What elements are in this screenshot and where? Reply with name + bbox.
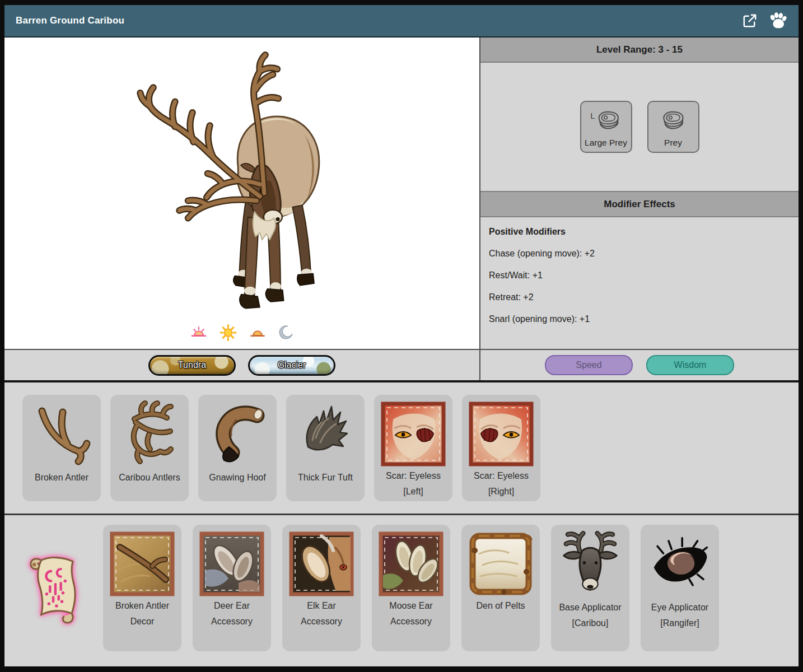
broken-antler-decor-art [110, 531, 175, 596]
sunrise-icon [190, 324, 208, 341]
moose-ear-accessory-art [379, 531, 443, 596]
level-range-header: Level Range: 3 - 15 [480, 38, 799, 63]
item-label: Gnawing Hoof [198, 468, 277, 486]
caribou-illustration [5, 38, 479, 340]
base-applicator-caribou-art [556, 530, 624, 598]
item-label: Broken Antler [22, 468, 101, 486]
top-row: Level Range: 3 - 15 L Large Prey [4, 38, 799, 349]
item-card-scar-eyeless-right[interactable]: Scar: Eyeless [Right] [462, 395, 540, 501]
page-title: Barren Ground Caribou [16, 15, 124, 26]
recipe-scroll-icon[interactable] [25, 553, 84, 624]
modifier-line: Retreat: +2 [489, 292, 790, 302]
external-link-icon[interactable] [741, 12, 758, 30]
crafting-section: Broken Antler Decor Deer Ear Accessory [4, 514, 799, 666]
item-label: Thick Fur Tuft [286, 468, 365, 486]
large-prey-size-badge: L [590, 111, 595, 120]
scar-eyeless-right-art [469, 402, 534, 466]
titlebar-actions [741, 12, 787, 30]
drops-section: Broken Antler [4, 380, 799, 514]
item-card-broken-antler-decor[interactable]: Broken Antler Decor [103, 525, 181, 651]
biome-label: Tundra [178, 360, 206, 370]
item-label: Den of Pelts [461, 596, 540, 614]
sunset-icon [249, 324, 267, 341]
modifier-line: Chase (opening move): +2 [489, 249, 790, 259]
modifier-line: Snarl (opening move): +1 [489, 314, 790, 324]
titlebar: Barren Ground Caribou [4, 5, 799, 38]
item-label: Moose Ear Accessory [372, 596, 450, 629]
scar-eyeless-left-art [381, 402, 446, 466]
item-card-broken-antler[interactable]: Broken Antler [22, 395, 101, 501]
npc-artwork-panel [4, 38, 479, 349]
biome-button-glacier[interactable]: Glacier [248, 355, 335, 376]
den-of-pelts-art [468, 531, 533, 596]
item-card-caribou-antlers[interactable]: Caribou Antlers [110, 395, 189, 501]
stat-label: Speed [576, 360, 601, 370]
item-label: Deer Ear Accessory [193, 596, 271, 629]
item-card-moose-ear-accessory[interactable]: Moose Ear Accessory [372, 525, 450, 651]
steak-icon [660, 110, 686, 132]
modifier-effects-header: Modifier Effects [480, 191, 799, 217]
item-label: Scar: Eyeless [Left] [374, 466, 452, 500]
item-label: Elk Ear Accessory [282, 596, 361, 629]
prey-type-area: L Large Prey [480, 63, 799, 191]
modifier-effects-body: Positive Modifiers Chase (opening move):… [480, 217, 799, 349]
steak-icon [596, 110, 622, 132]
encounter-info-panel: Level Range: 3 - 15 L Large Prey [479, 38, 799, 349]
item-card-eye-applicator-rangifer[interactable]: Eye Applicator [Rangifer] [641, 525, 719, 651]
stat-buttons: Speed Wisdom [479, 350, 799, 380]
item-label: Scar: Eyeless [Right] [462, 466, 540, 500]
stat-button-speed[interactable]: Speed [545, 355, 633, 375]
eye-applicator-rangifer-art [646, 530, 714, 598]
biome-button-tundra[interactable]: Tundra [148, 355, 236, 376]
broken-antler-art [27, 400, 96, 468]
positive-modifiers-title: Positive Modifiers [489, 227, 790, 237]
biome-label: Glacier [278, 360, 306, 370]
item-label: Caribou Antlers [110, 468, 189, 486]
item-label: Broken Antler Decor [103, 596, 181, 629]
stat-button-wisdom[interactable]: Wisdom [646, 355, 734, 375]
npc-detail-page: Barren Ground Caribou [4, 5, 799, 666]
item-card-scar-eyeless-left[interactable]: Scar: Eyeless [Left] [374, 395, 452, 501]
item-card-elk-ear-accessory[interactable]: Elk Ear Accessory [282, 525, 361, 651]
band-row: Tundra Glacier Speed Wisdom [4, 349, 799, 380]
deer-ear-accessory-art [199, 531, 264, 596]
prey-label: Prey [664, 138, 682, 148]
item-card-deer-ear-accessory[interactable]: Deer Ear Accessory [193, 525, 271, 651]
item-card-gnawing-hoof[interactable]: Gnawing Hoof [198, 395, 277, 501]
large-prey-button[interactable]: L Large Prey [580, 101, 632, 153]
paw-icon[interactable] [768, 12, 787, 29]
large-prey-label: Large Prey [585, 138, 627, 148]
item-card-base-applicator-caribou[interactable]: Base Applicator [Caribou] [551, 525, 629, 651]
item-card-thick-fur-tuft[interactable]: Thick Fur Tuft [286, 395, 365, 501]
prey-button[interactable]: Prey [647, 101, 699, 153]
thick-fur-tuft-art [291, 400, 360, 468]
active-times-row [190, 324, 294, 342]
stat-label: Wisdom [674, 360, 707, 370]
caribou-antlers-art [115, 400, 184, 468]
biome-buttons: Tundra Glacier [4, 350, 479, 380]
item-card-den-of-pelts[interactable]: Den of Pelts [461, 525, 540, 651]
gnawing-hoof-art [203, 400, 272, 468]
item-label: Base Applicator [Caribou] [551, 598, 629, 631]
modifier-line: Rest/Wait: +1 [489, 270, 790, 281]
moon-icon [278, 325, 294, 340]
elk-ear-accessory-art [289, 531, 354, 596]
sun-icon [220, 324, 237, 342]
item-label: Eye Applicator [Rangifer] [641, 598, 719, 631]
